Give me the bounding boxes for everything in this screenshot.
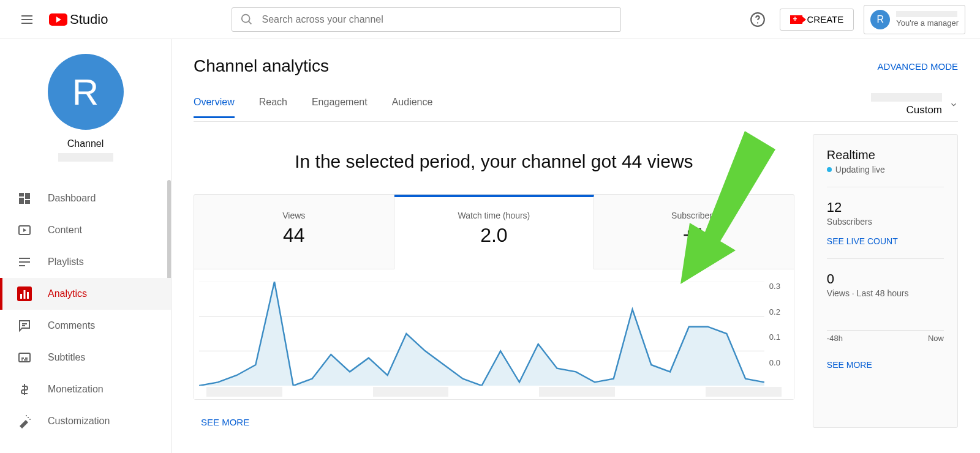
- svg-rect-10: [27, 292, 29, 299]
- nav-label: Comments: [48, 320, 95, 331]
- realtime-title: Realtime: [827, 148, 944, 162]
- nav-label: Monetization: [48, 384, 104, 395]
- svg-rect-9: [24, 290, 26, 299]
- search-icon: [240, 13, 254, 26]
- svg-point-14: [26, 415, 27, 416]
- sidebar: R Channel DashboardContentPlaylistsAnaly…: [0, 39, 172, 453]
- comments-icon: [17, 318, 32, 333]
- sidebar-item-customization[interactable]: Customization: [0, 405, 171, 437]
- advanced-mode-link[interactable]: ADVANCED MODE: [878, 61, 958, 72]
- see-more-link[interactable]: SEE MORE: [194, 400, 257, 427]
- sidebar-item-dashboard[interactable]: Dashboard: [0, 182, 171, 214]
- account-text: You're a manager: [896, 11, 959, 28]
- channel-avatar[interactable]: R: [48, 54, 124, 130]
- header-actions: + CREATE R You're a manager: [745, 5, 965, 34]
- sidebar-item-playlists[interactable]: Playlists: [0, 246, 171, 278]
- summary-headline: In the selected period, your channel got…: [194, 134, 794, 194]
- hamburger-menu-button[interactable]: [15, 7, 39, 32]
- see-live-count-link[interactable]: SEE LIVE COUNT: [827, 236, 944, 246]
- dashboard-icon: [17, 191, 32, 206]
- svg-rect-8: [20, 294, 22, 299]
- metric-label: Views: [200, 211, 388, 220]
- sidebar-item-monetization[interactable]: Monetization: [0, 373, 171, 405]
- date-range-redacted: [871, 93, 942, 102]
- svg-rect-4: [25, 193, 30, 199]
- playlists-icon: [17, 255, 32, 269]
- account-role: You're a manager: [896, 18, 959, 28]
- metrics-card: Views44Watch time (hours)2.0Subscribers+…: [194, 194, 794, 400]
- studio-logo[interactable]: Studio: [49, 12, 108, 28]
- content-icon: [17, 223, 32, 238]
- nav-label: Customization: [48, 416, 110, 427]
- chart-x-axis: [199, 387, 789, 397]
- realtime-panel: Realtime Updating live 12 Subscribers SE…: [813, 134, 958, 428]
- metric-label: Subscribers: [600, 211, 788, 220]
- avatar: R: [870, 10, 890, 29]
- subscriber-count: 12: [827, 200, 944, 215]
- metric-value: +1: [600, 224, 788, 247]
- subtitles-icon: [17, 350, 32, 365]
- sidebar-item-subtitles[interactable]: Subtitles: [0, 342, 171, 373]
- metric-value: 2.0: [401, 224, 588, 247]
- date-range-picker[interactable]: Custom: [871, 93, 958, 121]
- subscriber-label: Subscribers: [827, 217, 944, 226]
- account-switcher[interactable]: R You're a manager: [864, 5, 965, 34]
- metric-tab-watch-time-hours-[interactable]: Watch time (hours)2.0: [394, 195, 595, 269]
- svg-point-2: [756, 22, 758, 23]
- realtime-see-more-link[interactable]: SEE MORE: [827, 360, 944, 370]
- help-icon: [750, 12, 766, 28]
- sidebar-item-comments[interactable]: Comments: [0, 310, 171, 342]
- search-container: [232, 7, 621, 32]
- metric-tab-subscribers[interactable]: Subscribers+1: [594, 195, 794, 269]
- svg-rect-3: [19, 193, 24, 197]
- sidebar-item-analytics[interactable]: Analytics: [0, 278, 171, 310]
- chevron-down-icon: [949, 100, 958, 109]
- metric-tabs: Views44Watch time (hours)2.0Subscribers+…: [194, 195, 794, 269]
- nav-label: Subtitles: [48, 352, 85, 363]
- watch-time-chart: [199, 282, 764, 386]
- realtime-x-end: Now: [928, 334, 944, 343]
- nav-label: Playlists: [48, 256, 84, 268]
- channel-name-redacted: [58, 153, 113, 162]
- nav-label: Dashboard: [48, 193, 96, 204]
- youtube-icon: [49, 13, 67, 26]
- search-input[interactable]: [232, 7, 621, 32]
- main-content: Channel analytics ADVANCED MODE Overview…: [172, 39, 980, 453]
- monetization-icon: [17, 382, 32, 397]
- video-camera-icon: +: [790, 15, 802, 24]
- svg-rect-6: [25, 200, 30, 204]
- tab-overview[interactable]: Overview: [194, 97, 235, 118]
- tab-reach[interactable]: Reach: [259, 97, 287, 118]
- realtime-x-start: -48h: [827, 334, 843, 343]
- svg-point-13: [29, 419, 31, 420]
- channel-block: R Channel: [0, 39, 171, 176]
- realtime-mini-chart: [827, 312, 944, 331]
- tab-engagement[interactable]: Engagement: [312, 97, 368, 118]
- account-name-redacted: [896, 11, 957, 17]
- analytics-tabs: OverviewReachEngagementAudience: [194, 97, 432, 118]
- create-button[interactable]: + CREATE: [780, 9, 854, 31]
- logo-text: Studio: [70, 12, 108, 28]
- analytics-icon: [17, 286, 32, 301]
- metric-tab-views[interactable]: Views44: [194, 195, 394, 269]
- metric-label: Watch time (hours): [401, 211, 588, 220]
- page-title: Channel analytics: [194, 56, 329, 76]
- analytics-pane: In the selected period, your channel got…: [194, 134, 794, 428]
- svg-rect-5: [19, 198, 24, 204]
- views-48h-count: 0: [827, 271, 944, 287]
- realtime-status: Updating live: [827, 165, 944, 174]
- create-label: CREATE: [807, 14, 844, 24]
- live-dot-icon: [827, 167, 832, 172]
- sidebar-item-content[interactable]: Content: [0, 214, 171, 246]
- svg-point-0: [242, 14, 250, 22]
- svg-point-12: [28, 417, 29, 418]
- tab-audience[interactable]: Audience: [392, 97, 433, 118]
- help-button[interactable]: [745, 7, 770, 32]
- sidebar-nav: DashboardContentPlaylistsAnalyticsCommen…: [0, 176, 171, 437]
- views-48h-label: Views · Last 48 hours: [827, 288, 944, 298]
- chart-y-axis: 0.30.20.10.0: [764, 282, 789, 367]
- channel-label: Channel: [10, 138, 161, 149]
- customization-icon: [17, 414, 32, 429]
- metric-value: 44: [200, 224, 388, 247]
- date-range-label: Custom: [906, 104, 942, 116]
